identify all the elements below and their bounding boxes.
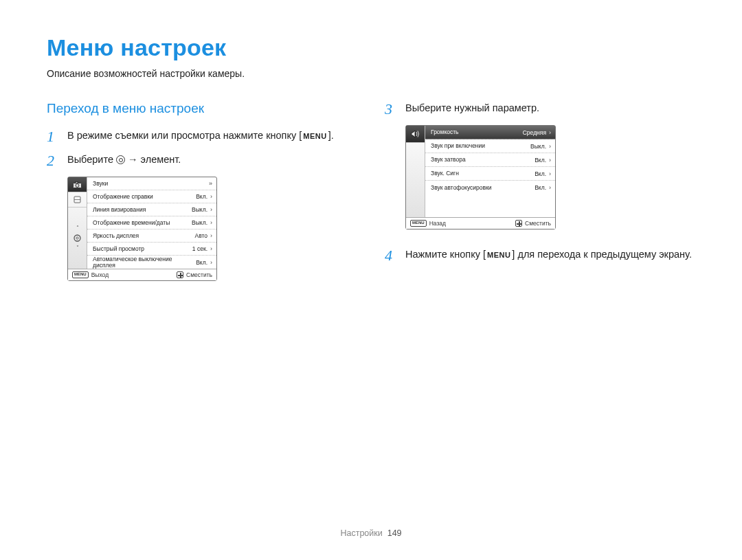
list-item-label: Яркость дисплея (93, 233, 192, 239)
settings-list: ГромкостьСредняя›Звук при включенииВыкл.… (425, 126, 555, 217)
speaker-icon (411, 130, 420, 138)
list-item-label: Быстрый просмотр (93, 246, 190, 252)
chevron-right-icon: › (549, 170, 551, 177)
list-item-label: Звук автофокусировки (431, 185, 532, 191)
gear-icon (116, 155, 125, 164)
settings-panel-1: ˄ ˅ Звуки»Отображение справкиВкл.›Линия … (67, 177, 217, 281)
page-number: 149 (387, 528, 402, 538)
list-item-value: 1 сек. (192, 245, 207, 252)
svg-point-5 (74, 235, 80, 241)
settings-panel-2: ГромкостьСредняя›Звук при включенииВыкл.… (405, 125, 556, 229)
gear-icon (73, 234, 82, 243)
footer-action-move[interactable]: Сместить (525, 220, 551, 227)
list-item[interactable]: Отображение справкиВкл.› (87, 190, 216, 203)
sidebar-tab-camera[interactable] (68, 177, 87, 192)
footer-action-back[interactable]: Назад (429, 220, 446, 227)
step-3-text: Выберите нужный параметр. (405, 102, 539, 113)
list-item[interactable]: ГромкостьСредняя› (425, 126, 555, 139)
menu-icon: MENU (72, 271, 89, 278)
dpad-icon (515, 220, 522, 227)
step-3: 3 Выберите нужный параметр. (385, 101, 695, 117)
list-item-label: Звуки (93, 181, 203, 187)
svg-point-6 (76, 237, 78, 239)
step-number: 4 (385, 247, 396, 263)
step-number: 2 (47, 153, 58, 168)
settings-sidebar: ˄ ˅ (68, 177, 87, 269)
sidebar-tab-sound[interactable] (406, 126, 425, 143)
page-subtitle: Описание возможностей настройки камеры. (47, 68, 695, 79)
settings-sidebar (406, 126, 425, 217)
list-item[interactable]: Быстрый просмотр1 сек.› (87, 243, 216, 256)
chevron-right-icon: › (549, 129, 551, 136)
list-item-value: Авто (194, 232, 207, 239)
camera-icon (73, 181, 82, 188)
menu-button-label: MENU (486, 251, 512, 260)
list-item[interactable]: Звук. СигнВкл.› (425, 167, 555, 181)
list-item-label: Звук затвора (431, 157, 532, 163)
footer-label: Настройки (340, 528, 382, 538)
step-2-text-b: → элемент. (128, 154, 181, 165)
list-item[interactable]: Звуки» (87, 177, 216, 190)
list-item-value: Вкл. (196, 259, 207, 266)
chevron-right-icon: › (549, 157, 551, 164)
step-4-text-b: ] для перехода к предыдущему экрану. (512, 249, 692, 260)
chevron-right-icon: › (210, 259, 212, 266)
chevron-right-icon: › (210, 193, 212, 200)
chevron-right-icon: › (210, 206, 212, 213)
step-number: 3 (385, 101, 396, 117)
list-item-label: Автоматическое выключение дисплея (93, 256, 193, 269)
list-item-value: Вкл. (196, 193, 207, 200)
dpad-icon (177, 271, 183, 278)
list-item-label: Отображение времени/даты (93, 220, 189, 226)
list-item[interactable]: Линия визированияВыкл.› (87, 203, 216, 216)
page-footer: Настройки 149 (0, 528, 742, 538)
step-2: 2 Выберите → элемент. (47, 153, 357, 168)
menu-button-label: MENU (302, 132, 328, 141)
list-item[interactable]: Звук затвораВкл.› (425, 153, 555, 167)
section-heading: Переход в меню настроек (47, 101, 357, 116)
step-1-text-a: В режиме съемки или просмотра нажмите кн… (67, 130, 296, 141)
chevron-right-icon: › (549, 184, 551, 191)
bracket-close: ]. (328, 130, 334, 141)
list-item-value: Выкл. (192, 206, 207, 213)
list-item-label: Отображение справки (93, 194, 193, 200)
list-item-value: Выкл. (530, 143, 546, 150)
menu-icon: MENU (410, 220, 427, 226)
list-item-value: Выкл. (192, 219, 207, 226)
step-number: 1 (47, 128, 58, 144)
chevron-right-icon: › (210, 245, 212, 252)
list-item[interactable]: Звук при включенииВыкл.› (425, 139, 555, 153)
step-2-text-a: Выберите (67, 154, 116, 165)
step-4-text-a: Нажмите кнопку [ (405, 249, 486, 260)
svg-rect-1 (76, 181, 78, 183)
chevron-down-icon[interactable]: ˅ (76, 245, 79, 251)
list-item-label: Линия визирования (93, 207, 189, 213)
list-item-value: Средняя (523, 129, 546, 136)
list-item-label: Громкость (431, 129, 520, 135)
list-item[interactable]: Яркость дисплеяАвто› (87, 229, 216, 243)
step-4: 4 Нажмите кнопку [MENU] для перехода к п… (385, 247, 695, 263)
list-item[interactable]: Звук автофокусировкиВкл.› (425, 181, 555, 194)
list-item-value: Вкл. (535, 184, 546, 191)
list-item-label: Звук при включении (431, 143, 528, 149)
chevron-up-icon[interactable]: ˄ (76, 225, 79, 231)
chevron-right-icon: › (549, 143, 551, 150)
footer-action-exit[interactable]: Выход (91, 271, 109, 278)
list-item-label: Звук. Сигн (431, 170, 532, 177)
film-icon (74, 196, 81, 203)
list-item-value: Вкл. (535, 170, 546, 177)
chevron-right-icon: » (209, 180, 212, 187)
list-item[interactable]: Автоматическое выключение дисплеяВкл.› (87, 256, 216, 269)
footer-action-move[interactable]: Сместить (186, 271, 212, 278)
chevron-right-icon: › (210, 219, 212, 226)
list-item[interactable]: Отображение времени/датыВыкл.› (87, 216, 216, 229)
chevron-right-icon: › (210, 232, 212, 239)
step-1: 1 В режиме съемки или просмотра нажмите … (47, 128, 357, 144)
page-title: Меню настроек (47, 34, 695, 61)
list-item-value: Вкл. (535, 157, 546, 164)
sidebar-tab-video[interactable] (68, 192, 87, 208)
settings-list: Звуки»Отображение справкиВкл.›Линия визи… (87, 177, 216, 269)
